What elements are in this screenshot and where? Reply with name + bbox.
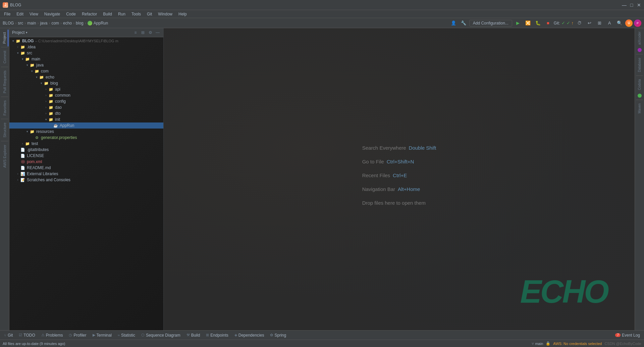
tree-common[interactable]: › 📁 common — [9, 92, 163, 98]
seqdiag-tab-label: Sequence Diagram — [146, 333, 180, 338]
coverage-button[interactable]: 🔀 — [524, 19, 532, 27]
tree-init[interactable]: ▾ 📁 init — [9, 116, 163, 122]
menu-file[interactable]: File — [1, 11, 13, 17]
tab-favorites[interactable]: Favorites — [1, 98, 8, 118]
git-branch[interactable]: ⑂ main — [532, 342, 543, 346]
project-panel: Project ▾ ≡ ⊞ ⚙ — ▾ 📁 BLOG – C:\Users\ad… — [9, 28, 164, 330]
minimize-button[interactable]: — — [622, 3, 627, 7]
panel-maven[interactable]: Maven — [637, 101, 642, 115]
run-button[interactable]: ▶ — [514, 19, 522, 27]
git-history-btn[interactable]: ⏱ — [575, 19, 584, 27]
project-dropdown-icon: ▾ — [26, 31, 28, 34]
tab-profiler[interactable]: ◷ Profiler — [66, 332, 89, 338]
add-configuration-button[interactable]: Add Configuration... — [469, 20, 512, 27]
breadcrumb-apprun[interactable]: AppRun — [88, 21, 108, 26]
settings-icon[interactable]: ⚙ — [147, 30, 153, 36]
tree-scratches[interactable]: › 📝 Scratches and Consoles — [9, 177, 163, 183]
tree-resources[interactable]: ▾ 📁 resources — [9, 129, 163, 135]
menu-run[interactable]: Run — [115, 11, 128, 17]
profile-avatar[interactable]: U — [625, 19, 633, 27]
tree-config[interactable]: › 📁 config — [9, 98, 163, 104]
tree-license[interactable]: 📄 LICENSE — [9, 153, 163, 159]
menu-help[interactable]: Help — [176, 11, 190, 17]
tab-sequence-diagram[interactable]: ⬡ Sequence Diagram — [139, 332, 183, 338]
apprun-file-icon: ☕ — [53, 123, 58, 128]
tree-apprun[interactable]: ☕ AppRun — [9, 122, 163, 129]
stop-button[interactable]: ■ — [544, 19, 552, 27]
idea-label: .idea — [27, 45, 36, 49]
tab-build[interactable]: ⚒ Build — [184, 332, 203, 338]
tree-dao[interactable]: › 📁 dao — [9, 104, 163, 110]
git-rollback-btn[interactable]: ↩ — [585, 19, 594, 27]
menu-refactor[interactable]: Refactor — [79, 11, 100, 17]
tab-project[interactable]: Project — [1, 30, 8, 46]
tab-commit[interactable]: Commit — [1, 48, 8, 66]
tree-main[interactable]: ▾ 📁 main — [9, 56, 163, 62]
tab-aws-explorer[interactable]: AWS Explorer — [1, 142, 8, 170]
tree-idea[interactable]: › 📁 .idea — [9, 44, 163, 50]
search-btn[interactable]: 🔍 — [615, 19, 624, 27]
breadcrumb-blog[interactable]: BLOG — [3, 21, 14, 26]
tree-external-libs[interactable]: › 📊 External Libraries — [9, 171, 163, 177]
debug-button[interactable]: 🐛 — [534, 19, 542, 27]
tab-pull-requests[interactable]: Pull Requests — [1, 68, 8, 96]
plugin-avatar[interactable]: P — [634, 19, 641, 27]
expand-icon[interactable]: ⊞ — [140, 30, 146, 36]
tab-todo[interactable]: ☑ TODO — [16, 332, 38, 338]
translate-btn[interactable]: A — [605, 19, 614, 27]
breadcrumb-src[interactable]: src — [18, 21, 23, 26]
tree-generator-props[interactable]: ⚙ generator.properties — [9, 135, 163, 141]
tree-api[interactable]: › 📁 api — [9, 86, 163, 92]
extlib-label: External Libraries — [27, 171, 58, 176]
panel-codota[interactable]: Codota — [637, 77, 642, 92]
hide-panel-icon[interactable]: — — [155, 30, 161, 36]
breadcrumb-com[interactable]: com — [51, 21, 59, 26]
tab-event-log[interactable]: 7 Event Log — [612, 332, 643, 338]
breadcrumb-blog2[interactable]: blog — [76, 21, 84, 26]
panel-database[interactable]: Database — [637, 56, 642, 74]
menu-navigate[interactable]: Navigate — [42, 11, 63, 17]
nav-user-btn[interactable]: 👤 — [449, 19, 458, 27]
tab-git[interactable]: ⑂ Git — [1, 332, 15, 338]
tree-java[interactable]: ▾ 📁 java — [9, 62, 163, 68]
menu-edit[interactable]: Edit — [14, 11, 26, 17]
tab-terminal[interactable]: ▶ Terminal — [90, 332, 114, 338]
title-left: J BLOG — [3, 2, 21, 8]
maximize-button[interactable]: □ — [629, 3, 634, 7]
close-button[interactable]: ✕ — [637, 3, 641, 7]
project-title[interactable]: Project ▾ — [12, 30, 28, 35]
tree-com[interactable]: ▾ 📁 com — [9, 68, 163, 74]
breadcrumb-echo[interactable]: echo — [63, 21, 72, 26]
git-annotate-btn[interactable]: ⊞ — [595, 19, 604, 27]
tab-statistic[interactable]: ≈ Statistic — [115, 332, 138, 338]
tree-root[interactable]: ▾ 📁 BLOG – C:\Users\admin\Desktop\AllBYM… — [9, 38, 163, 44]
menu-build[interactable]: Build — [100, 11, 115, 17]
collapse-icon[interactable]: ≡ — [132, 30, 139, 36]
tree-src[interactable]: ▾ 📁 src — [9, 50, 163, 56]
tree-readme[interactable]: 📄 README.md — [9, 165, 163, 171]
tab-spring[interactable]: ✿ Spring — [267, 332, 289, 338]
tab-problems[interactable]: ⚠ Problems — [39, 332, 66, 338]
tree-pomxml[interactable]: Ⓜ pom.xml — [9, 159, 163, 165]
welcome-row-goto: Go to File Ctrl+Shift+N — [362, 159, 436, 164]
breadcrumb-main[interactable]: main — [27, 21, 36, 26]
menu-window[interactable]: Window — [155, 11, 175, 17]
tree-dto[interactable]: › 📁 dto — [9, 110, 163, 116]
menu-tools[interactable]: Tools — [129, 11, 144, 17]
tree-gitattributes[interactable]: 📄 .gitattributes — [9, 147, 163, 153]
tab-dependencies[interactable]: ◈ Dependencies — [232, 332, 267, 338]
tab-structure[interactable]: Structure — [1, 120, 8, 140]
nav-vcs-btn[interactable]: 🔧 — [459, 19, 468, 27]
resources-label: resources — [36, 129, 54, 134]
breadcrumb-java[interactable]: java — [40, 21, 47, 26]
panel-aixcoder[interactable]: aiXcoder — [637, 30, 642, 47]
menu-code[interactable]: Code — [63, 11, 78, 17]
tree-echo[interactable]: ▾ 📁 echo — [9, 74, 163, 80]
file-tree: ▾ 📁 BLOG – C:\Users\admin\Desktop\AllBYM… — [9, 37, 163, 330]
tree-test[interactable]: › 📁 test — [9, 141, 163, 147]
menu-git[interactable]: Git — [144, 11, 155, 17]
tree-blog[interactable]: ▾ 📁 blog — [9, 80, 163, 86]
tab-endpoints[interactable]: ⊞ Endpoints — [203, 332, 231, 338]
menu-view[interactable]: View — [27, 11, 41, 17]
profiler-tab-label: Profiler — [73, 333, 86, 338]
